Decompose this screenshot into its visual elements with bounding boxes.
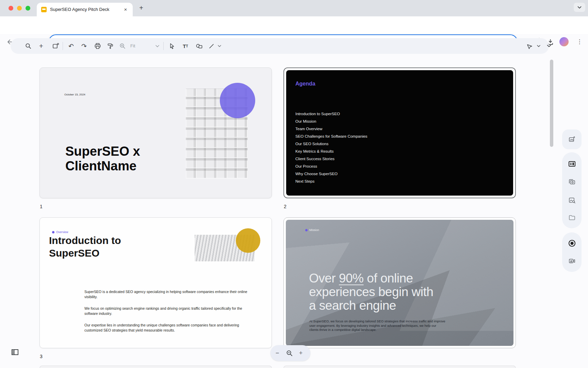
undo-button[interactable]: ↶ — [65, 38, 77, 54]
agenda-item: SEO Challenges for Software Companies — [295, 133, 368, 140]
layouts-button-active[interactable] — [562, 157, 582, 171]
select-tool-button[interactable] — [166, 38, 178, 54]
slide-thumbnail-3[interactable]: Overview Introduction to SuperSEO SuperS… — [39, 217, 272, 348]
agenda-item: Why Choose SuperSEO — [295, 170, 368, 178]
paint-roller-icon — [107, 43, 114, 49]
insert-image-button[interactable] — [562, 133, 582, 146]
print-button[interactable] — [92, 38, 103, 54]
collapse-toolbar-button[interactable] — [543, 38, 555, 54]
sidebar-pill-bottom — [562, 232, 582, 272]
video-camera-icon — [568, 258, 576, 264]
agenda-item: Client Success Stories — [295, 155, 368, 163]
browser-tab[interactable]: SuperSEO Agency Pitch Deck × — [37, 3, 133, 16]
tag-dot-icon — [52, 231, 54, 233]
page-number-1: 1 — [40, 204, 53, 209]
slide-thumbnail-4[interactable]: Mission Over 90% of online experiences b… — [283, 217, 516, 348]
line-icon — [209, 43, 214, 49]
fit-dropdown-button[interactable] — [151, 38, 163, 54]
window-close-button[interactable] — [9, 6, 13, 11]
agenda-item: Team Overview — [295, 125, 368, 133]
paint-format-button[interactable] — [104, 38, 116, 54]
slide2-agenda-list: Introduction to SuperSEO Our Mission Tea… — [295, 110, 368, 185]
slide4-heading: Over 90% of online experiences begin wit… — [309, 272, 493, 312]
profile-avatar[interactable] — [559, 37, 569, 46]
tab-close-icon[interactable]: × — [122, 6, 129, 13]
shape-tool-button[interactable] — [193, 38, 205, 54]
slide4-tag: Mission — [305, 228, 319, 232]
window-zoom-button[interactable] — [26, 6, 30, 11]
page-number-3: 3 — [40, 354, 53, 359]
zoom-reset-button[interactable] — [284, 345, 294, 361]
slide3-tag-label: Overview — [56, 230, 68, 234]
slide3-paragraph: We focus on optimizing search engine ran… — [84, 306, 248, 316]
video-record-button[interactable] — [562, 254, 582, 268]
new-slide-button[interactable] — [50, 38, 62, 54]
camera-stack-icon — [568, 178, 576, 186]
browser-window: SuperSEO Agency Pitch Deck × + — [0, 0, 588, 368]
slide1-purple-circle — [220, 83, 255, 118]
zoom-in-button[interactable]: + — [296, 345, 306, 361]
line-tool-button[interactable] — [206, 38, 217, 54]
folder-button[interactable] — [562, 211, 582, 225]
slide3-paragraph: Our expertise lies in understanding the … — [84, 323, 248, 333]
cursor-arrow-icon — [169, 43, 175, 49]
image-search-button[interactable] — [562, 194, 582, 207]
search-button[interactable] — [22, 38, 34, 54]
slide3-yellow-circle — [236, 228, 260, 253]
tab-title-fade — [114, 6, 123, 14]
slide4-stat: 90% — [339, 271, 364, 285]
zoom-out-button[interactable]: − — [272, 345, 282, 361]
pointer-tool-button[interactable] — [524, 38, 535, 54]
slide1-date: October 15, 2024 — [64, 93, 85, 96]
search-icon — [25, 43, 32, 49]
chevron-down-icon — [547, 45, 551, 47]
record-icon — [568, 239, 576, 247]
new-tab-button[interactable]: + — [137, 4, 146, 13]
slide-thumbnail-6-partial[interactable] — [283, 366, 516, 368]
slide-thumbnail-5-partial[interactable] — [39, 366, 272, 368]
slide-thumbnail-1[interactable]: October 15, 2024 SuperSEO x ClientName — [39, 67, 272, 198]
tab-search-button[interactable] — [574, 3, 585, 12]
add-slide-icon — [52, 42, 60, 50]
print-icon — [94, 43, 101, 49]
tag-dot-icon — [305, 229, 308, 231]
slide1-title: SuperSEO x ClientName — [65, 144, 140, 173]
filmstrip-view-icon — [11, 348, 19, 356]
screenshots-button[interactable] — [562, 175, 582, 189]
agenda-item: Next Steps — [295, 178, 368, 185]
filmstrip-toggle-button[interactable] — [11, 348, 19, 357]
zoom-in-tool-button[interactable]: + — [35, 38, 47, 54]
pointer-dropdown-button[interactable] — [535, 38, 542, 54]
slide3-tag: Overview — [52, 230, 68, 234]
agenda-item: Key Metrics & Results — [295, 148, 368, 155]
slide3-body: SuperSEO is a dedicated SEO agency speci… — [84, 289, 248, 339]
slide2-heading: Agenda — [295, 81, 315, 87]
zoom-controls: − + — [271, 345, 310, 361]
redo-button[interactable]: ↷ — [78, 38, 90, 54]
vertical-scrollbar[interactable] — [550, 60, 553, 147]
line-dropdown-button[interactable] — [216, 38, 223, 54]
page-number-2: 2 — [284, 204, 297, 209]
slide4-body: At SuperSEO, we focus on developing tail… — [309, 319, 445, 332]
slides-grid: October 15, 2024 SuperSEO x ClientName 1… — [0, 55, 588, 368]
slide3-heading: Introduction to SuperSEO — [49, 234, 121, 259]
agenda-item: Our Process — [295, 163, 368, 170]
agenda-item: Introduction to SuperSEO — [295, 110, 368, 118]
fit-zoom-select[interactable]: Fit — [130, 38, 135, 54]
text-tool-button[interactable]: TT — [180, 38, 191, 54]
slide4-tag-label: Mission — [309, 228, 319, 232]
slides-favicon-icon — [41, 7, 47, 12]
slide-thumbnail-2-selected[interactable]: Agenda Introduction to SuperSEO Our Miss… — [283, 67, 516, 198]
layout-icon — [568, 160, 576, 168]
text-tool-icon: T — [183, 43, 186, 49]
agenda-item: Our SEO Solutions — [295, 140, 368, 148]
browser-menu-button[interactable]: ⋮ — [576, 37, 583, 46]
zoom-in-magnifier-icon — [119, 43, 126, 49]
chevron-down-icon — [218, 45, 221, 47]
browser-toolbar: ⋮ — [0, 16, 588, 34]
window-minimize-button[interactable] — [17, 6, 22, 11]
sidebar-pill-middle — [562, 152, 582, 228]
record-button[interactable] — [562, 236, 582, 250]
slide2-canvas: Agenda Introduction to SuperSEO Our Miss… — [286, 70, 513, 196]
zoom-button[interactable] — [117, 38, 128, 54]
